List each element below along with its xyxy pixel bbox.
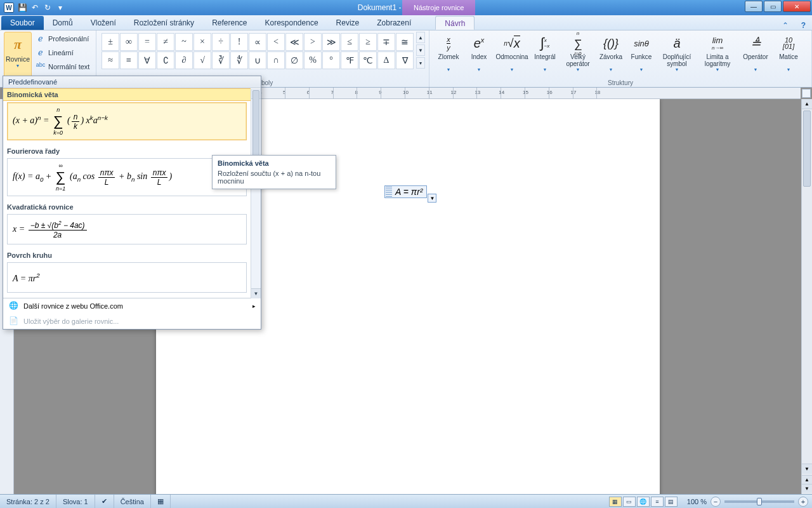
symbol-cell[interactable]: % [304,51,322,69]
structure-limit-button[interactable]: limn→∞Limita a logaritmy▼ [697,32,738,77]
vertical-scrollbar[interactable]: ▲ ▼ ▲ ▼ [801,99,812,494]
status-language[interactable]: Čeština [114,495,151,508]
equation-move-handle[interactable] [386,187,392,197]
view-web-layout-button[interactable]: 🌐 [637,497,650,507]
zoom-out-button[interactable]: − [710,497,721,507]
symbol-cell[interactable]: ∛ [212,51,230,69]
symbol-cell[interactable]: ≪ [285,33,303,51]
symbol-cell[interactable]: ÷ [212,33,230,51]
more-equations-online-button[interactable]: 🌐 Další rovnice z webu Office.com ▸ [3,298,261,314]
help-icon[interactable]: ? [795,21,812,30]
symbol-cell[interactable]: ∀ [138,51,156,69]
gallery-scrollbar[interactable]: ▲ ▼ [251,89,261,298]
ribbon-minimize-icon[interactable]: ⌃ [776,21,795,30]
structure-integral-button[interactable]: ∫x−xIntegrál▼ [530,32,560,77]
normal-text-button[interactable]: abc Normální text [34,60,91,74]
next-page-button[interactable]: ▼ [802,484,812,493]
structure-fraction-button[interactable]: xyZlomek▼ [433,32,464,77]
symbol-cell[interactable]: ≥ [359,33,377,51]
symbol-cell[interactable]: ∪ [249,51,266,69]
symbol-cell[interactable]: ≅ [396,33,414,51]
minimize-button[interactable]: — [745,1,763,12]
symbol-cell[interactable]: ∇ [396,51,414,69]
structure-accent-button[interactable]: äDoplňující symbol▼ [657,32,697,77]
professional-format-button[interactable]: ℯ Profesionální [34,32,91,46]
close-button[interactable]: ✕ [783,1,811,12]
symbol-cell[interactable]: ∆ [377,51,395,69]
structure-large_op-button[interactable]: n∑i=0Velký operátor▼ [560,32,596,77]
tab-view[interactable]: Zobrazení [368,16,420,30]
symbol-cell[interactable]: ∝ [249,33,266,51]
scroll-down-icon[interactable]: ▼ [802,464,812,474]
tab-mailings[interactable]: Korespondence [256,16,327,30]
symbol-cell[interactable]: ∩ [267,51,285,69]
gallery-equation-item[interactable]: x = −b ± √(b2 − 4ac)2a [7,214,247,244]
status-word-count[interactable]: Slova: 1 [56,495,95,508]
scroll-up-icon[interactable]: ▲ [802,99,812,109]
symbol-cell[interactable]: ∅ [285,51,303,69]
symbols-scroll-up[interactable]: ▲ [416,32,425,43]
structure-bracket-button[interactable]: {()}Závorka▼ [596,32,626,77]
symbol-cell[interactable]: ° [322,51,340,69]
symbol-cell[interactable]: ∜ [230,51,248,69]
gallery-equation-item[interactable]: A = πr2 [7,262,247,293]
symbol-cell[interactable]: ≫ [322,33,340,51]
view-draft-button[interactable]: ▤ [665,497,678,507]
status-page[interactable]: Stránka: 2 z 2 [0,495,56,508]
ruler-toggle-button[interactable] [802,89,811,98]
previous-page-button[interactable]: ▲ [802,475,812,484]
zoom-slider[interactable] [724,500,794,503]
tab-equation-design[interactable]: Návrh [435,16,475,30]
save-icon[interactable]: 💾 [18,3,27,12]
structure-radical-button[interactable]: n√xOdmocnina▼ [494,32,530,77]
symbol-cell[interactable]: ∓ [377,33,395,51]
tab-review[interactable]: Revize [327,16,369,30]
view-outline-button[interactable]: ≡ [651,497,664,507]
structure-operator-button[interactable]: ≜Operátor▼ [738,32,773,77]
maximize-button[interactable]: ▭ [764,1,782,12]
symbol-cell[interactable]: × [193,33,211,51]
symbol-cell[interactable]: ≤ [341,33,358,51]
equation-button[interactable]: π Rovnice ▼ [4,32,32,77]
symbol-cell[interactable]: < [267,33,285,51]
symbols-scroll-down[interactable]: ▼ [416,44,425,56]
tab-file[interactable]: Soubor [1,16,44,30]
symbol-cell[interactable]: = [138,33,156,51]
tab-page-layout[interactable]: Rozložení stránky [125,16,203,30]
symbol-cell[interactable]: ! [230,33,248,51]
qat-customize-icon[interactable]: ▾ [56,3,65,12]
symbol-cell[interactable]: ≈ [102,51,119,69]
tab-insert[interactable]: Vložení [82,16,125,30]
status-proofing[interactable]: ✔ [95,495,114,508]
symbol-cell[interactable]: ∞ [120,33,138,51]
symbols-more-button[interactable]: ▾ [416,57,425,69]
undo-icon[interactable]: ↶ [30,3,39,12]
symbol-cell[interactable]: ~ [175,33,193,51]
tab-home[interactable]: Domů [44,16,82,30]
symbol-cell[interactable]: √ [193,51,211,69]
structure-script-button[interactable]: exIndex▼ [464,32,494,77]
symbol-cell[interactable]: ± [102,33,119,51]
zoom-in-button[interactable]: + [798,497,808,507]
linear-format-button[interactable]: ℯ Lineární [34,46,91,60]
symbol-cell[interactable]: ℉ [341,51,358,69]
symbol-cell[interactable]: ℃ [359,51,377,69]
word-app-icon[interactable]: W [4,3,14,13]
redo-icon[interactable]: ↻ [43,3,52,12]
scroll-thumb[interactable] [803,110,811,187]
symbol-cell[interactable]: ≠ [157,33,174,51]
status-macro[interactable]: ▦ [151,495,171,508]
symbol-cell[interactable]: ∁ [157,51,174,69]
zoom-level[interactable]: 100 % [683,498,710,505]
symbol-cell[interactable]: ≡ [120,51,138,69]
gallery-equation-item[interactable]: f(x) = a0 + ∞∑n=1 (an cos nπxL + bn sin … [7,158,247,196]
gallery-equation-item[interactable]: (x + a)n = n∑k=0 (nk) xkan−k [7,102,247,140]
equation-options-dropdown[interactable]: ▼ [428,194,436,203]
view-full-screen-button[interactable]: ▭ [623,497,636,507]
equation-object[interactable]: A = πr² ▼ [384,185,427,198]
structure-function-button[interactable]: sinθFunkce▼ [626,32,657,77]
structure-matrix-button[interactable]: [1001]Matice▼ [773,32,804,77]
tab-references[interactable]: Reference [203,16,256,30]
gallery-scroll-down[interactable]: ▼ [251,288,261,298]
symbol-cell[interactable]: ∂ [175,51,193,69]
